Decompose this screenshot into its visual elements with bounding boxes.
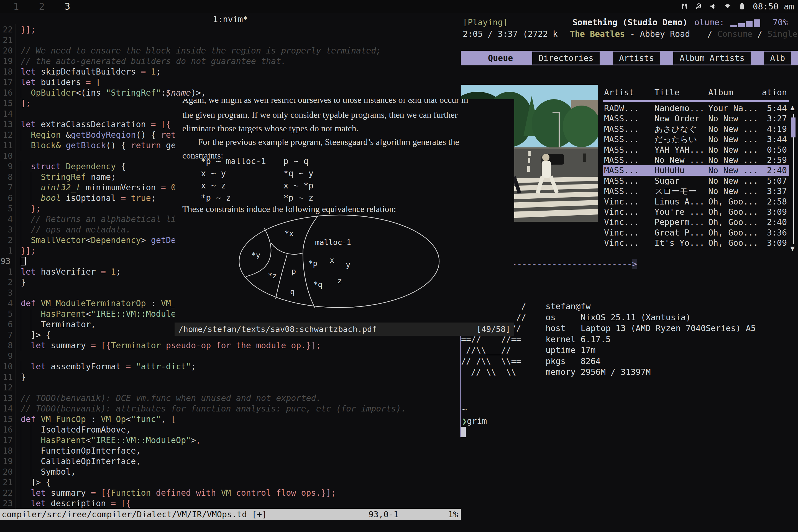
equivalence-venn-diagram: *xmalloc-1*y*pxy*zpz*qq	[237, 213, 442, 310]
statusline-filename: compiler/src/iree/compiler/Dialect/VM/IR…	[2, 509, 267, 520]
volume-bar-icon[interactable]	[730, 19, 761, 28]
tab-directories[interactable]: Directories	[532, 52, 600, 64]
code-line: 21 ]> {	[0, 477, 461, 488]
code-line: 17let builders = [	[0, 77, 461, 88]
code-line: 17 HasParent<"IREE::VM::ModuleOp">,	[0, 435, 461, 445]
mode-consume: Consume	[717, 29, 752, 39]
code-line: 13// TODO(benvanik): DCE vm.func when un…	[0, 393, 461, 403]
prompt-cwd: ~	[462, 404, 467, 414]
constraint: *p ∼ z	[283, 193, 314, 203]
song-row[interactable]: MASS...New OrderNo New ...3:27	[603, 113, 789, 124]
diagram-label: y	[346, 261, 350, 269]
workspace-1[interactable]: 1	[13, 1, 19, 12]
editor-cursor	[21, 257, 26, 265]
nvim-statusline: compiler/src/iree/compiler/Dialect/VM/IR…	[0, 509, 461, 520]
song-list-header: ArtistTitleAlbumation	[603, 88, 789, 98]
shell-prompt[interactable]: ❯grim	[462, 416, 487, 426]
terminal-cursor[interactable]	[461, 427, 466, 437]
song-row[interactable]: MASS...あさひなぐNo New ...4:19	[603, 124, 789, 134]
diagram-label: q	[290, 287, 294, 296]
pdf-text-line: For the previous example program, Steens…	[198, 137, 459, 147]
typed-command: grim	[467, 416, 487, 426]
constraint: p ∼ q	[283, 156, 308, 166]
diagram-label: *q	[314, 280, 323, 289]
constraint: *q ∼ y	[283, 169, 314, 178]
window-title: 1:nvim*	[0, 14, 461, 24]
constraint: x ∼ *p	[283, 180, 314, 190]
code-line: 19// the auto-generated builders do not …	[0, 56, 461, 66]
tab-album-artists[interactable]: Album Artists	[673, 52, 750, 64]
battery-icon	[738, 3, 746, 10]
speaker-icon	[709, 3, 717, 10]
workspace-switcher: 123	[13, 0, 70, 13]
pdf-text-line: the given program. If we only consider t…	[182, 110, 457, 120]
code-line: 14// TODO(benvanik): attributes for func…	[0, 403, 461, 414]
prompt-symbol: ❯	[462, 416, 467, 426]
song-row[interactable]: Vinc...Great P...Oh, Goo...3:36	[603, 227, 789, 238]
wifi-icon	[724, 3, 731, 10]
song-row[interactable]: MASS...YAH YAH...No New ...0:50	[603, 145, 789, 155]
code-line: 20// We need to ensure the block inside …	[0, 45, 461, 56]
earbuds-icon	[681, 3, 688, 10]
pdf-text-line: These constraints induce the following e…	[182, 204, 396, 214]
fetch-system-info: stefan@fw os NixOS 25.11 (Xantusia) host…	[546, 301, 756, 378]
artist-name: The Beatles	[570, 29, 625, 39]
constraint: x ∼ y	[201, 169, 226, 178]
tab-alb[interactable]: Alb	[764, 52, 791, 64]
song-row[interactable]: RADW...Nandemo...Your Na...5:44	[603, 103, 789, 113]
column-header: Artist	[604, 88, 634, 97]
code-line: 8 let summary = [{Terminator pseudo-op f…	[0, 340, 461, 351]
statusline-scroll-percent: 1%	[448, 509, 458, 520]
status-indicators: 08:50 am	[681, 0, 794, 13]
code-line: 19 CallableOpInterface,	[0, 456, 461, 467]
workspace-3[interactable]: 3	[64, 1, 70, 12]
scroll-down-icon[interactable]: ▼	[790, 244, 795, 252]
code-line: 10 let assemblyFormat = "attr-dict";	[0, 361, 461, 372]
song-row[interactable]: MASS...だったらいNo New ...3:44	[603, 134, 789, 144]
code-line: 12	[0, 382, 461, 393]
pdf-file-path: /home/stefan/texts/sav08:schwartzbach.pd…	[178, 323, 377, 336]
song-row[interactable]: Vinc...It's Yo...Oh, Goo...3:09	[603, 238, 789, 248]
scrollbar-thumb[interactable]	[791, 117, 796, 137]
album-name: - Abbey Road	[625, 29, 690, 39]
diagram-label: x	[330, 256, 334, 264]
code-line: 21	[0, 35, 461, 45]
song-row[interactable]: Vinc...Pepperm...Oh, Goo...2:40	[603, 217, 789, 227]
pdf-text-line: eliminate those targets whose types do n…	[182, 123, 359, 134]
constraint: x ∼ z	[201, 180, 226, 190]
diagram-label: *p	[308, 259, 318, 268]
player-tab-bar: QueueDirectoriesArtistsAlbum ArtistsAlb	[461, 51, 798, 65]
pdf-text-line: Again, we might as well restrict ourselv…	[182, 99, 468, 105]
diagram-label: *y	[251, 251, 261, 259]
song-row[interactable]: MASS...No New ...No New ...2:59	[603, 155, 789, 165]
song-row[interactable]: MASS...SugarNo New ...5:07	[603, 176, 789, 186]
scroll-up-icon[interactable]: ▲	[790, 103, 795, 112]
diagram-label: p	[291, 267, 296, 276]
desktop: 123 08:50 am 1:nvim* 22}];2120// We need…	[0, 0, 798, 532]
mode-single: Single	[767, 29, 797, 39]
song-row[interactable]: MASS...HuHuHuNo New ...2:40	[603, 165, 789, 175]
pdf-statusbar: /home/stefan/texts/sav08:schwartzbach.pd…	[174, 323, 514, 336]
code-line: 15def VM_FuncOp : VM_Op<"func", [	[0, 414, 461, 424]
statusline-cursor-position: 93,0-1	[368, 509, 398, 520]
code-line: 11}	[0, 372, 461, 382]
tab-queue[interactable]: Queue	[482, 52, 519, 64]
song-row[interactable]: Vinc...You're ...Oh, Goo...3:09	[603, 207, 789, 217]
code-line: 18 FunctionOpInterface,	[0, 445, 461, 456]
column-header: Album	[708, 88, 733, 97]
song-row[interactable]: MASS...スローモーNo New ...3:37	[603, 186, 789, 196]
pdf-page-indicator: [49/58]	[477, 323, 510, 336]
constraint: *p ∼ z	[201, 193, 231, 203]
workspace-2[interactable]: 2	[39, 1, 44, 12]
column-header: ation	[762, 88, 787, 97]
clock: 08:50 am	[753, 1, 794, 11]
code-line: 20 Symbol,	[0, 467, 461, 477]
constraint: *p ∼ malloc-1	[201, 156, 266, 166]
song-row[interactable]: Vinc...Linus A...Oh, Goo...2:58	[603, 196, 789, 207]
player-modes: / Consume / Single	[707, 29, 797, 39]
code-line: 16 OpBuilder<(ins "StringRef":$name)>,	[0, 88, 461, 98]
tab-artists[interactable]: Artists	[613, 52, 660, 64]
code-line: 22 let summary = [{Function defined with…	[0, 488, 461, 498]
code-line: 22}];	[0, 24, 461, 35]
code-line: 16 IsolatedFromAbove,	[0, 424, 461, 435]
